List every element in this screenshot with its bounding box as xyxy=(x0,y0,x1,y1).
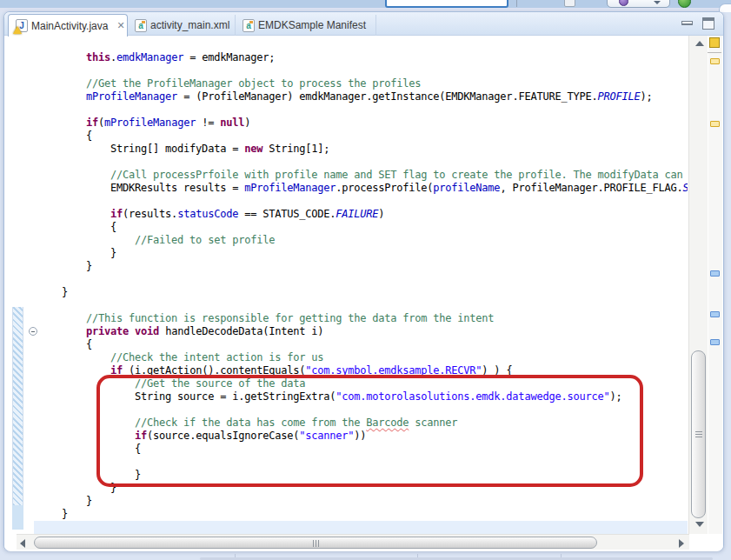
overview-ruler xyxy=(708,36,722,534)
toolbar-separator xyxy=(516,0,517,7)
info-marker[interactable] xyxy=(710,270,720,277)
code-line[interactable] xyxy=(37,156,688,169)
tab-emdksample-manifest[interactable]: aEMDKSample Manifest xyxy=(236,15,376,36)
minimize-editor-button[interactable] xyxy=(681,21,693,25)
collapse-fold-icon[interactable] xyxy=(29,327,37,336)
info-marker[interactable] xyxy=(710,311,720,317)
warning-marker[interactable] xyxy=(710,121,720,127)
code-line[interactable] xyxy=(37,521,688,534)
xml-file-icon: a xyxy=(135,19,147,32)
thumb-grip xyxy=(313,540,321,547)
code-line[interactable]: //Failed to set profile xyxy=(37,234,688,247)
code-line[interactable]: } xyxy=(37,508,688,521)
scroll-right-arrow-icon[interactable] xyxy=(679,539,684,548)
horizontal-scroll-thumb[interactable] xyxy=(34,537,597,549)
toolbar-button-group[interactable] xyxy=(607,0,670,8)
code-line[interactable] xyxy=(37,103,688,117)
scroll-up-arrow-icon[interactable] xyxy=(695,41,704,46)
code-line[interactable]: private void handleDecodeData(Intent i) xyxy=(37,325,688,338)
tab-label: MainActivity.java xyxy=(31,20,108,32)
vertical-scroll-thumb[interactable] xyxy=(691,350,706,518)
tab-mainactivity-java[interactable]: JMainActivity.java✕ xyxy=(8,14,128,37)
info-marker[interactable] xyxy=(710,339,720,345)
code-line[interactable]: { xyxy=(37,130,688,143)
code-line[interactable]: EMDKResults results = mProfileManager.pr… xyxy=(37,182,688,195)
close-tab-icon[interactable]: ✕ xyxy=(116,20,124,31)
thumb-grip xyxy=(695,431,702,439)
code-line[interactable]: if(mProfileManager != null) xyxy=(37,117,688,130)
code-line[interactable] xyxy=(37,64,688,77)
dropdown-chevron-icon[interactable] xyxy=(654,1,661,4)
editor-body: this.emdkManager = emdkManager; //Get th… xyxy=(4,36,723,551)
warning-overlay-icon xyxy=(13,26,22,34)
adjacent-panel-corner xyxy=(719,3,731,12)
editor-tab-bar: JMainActivity.java✕aactivity_main.xmlaEM… xyxy=(4,12,723,36)
maximize-editor-button[interactable] xyxy=(702,17,714,30)
red-annotation-box xyxy=(96,375,643,487)
overview-status-square[interactable] xyxy=(709,37,720,48)
code-line[interactable]: } xyxy=(37,260,688,273)
scroll-left-arrow-icon[interactable] xyxy=(20,539,25,548)
code-line[interactable] xyxy=(37,195,688,208)
xml-file-icon: a xyxy=(243,19,255,32)
toolbar-text-field[interactable] xyxy=(385,0,508,8)
eclipse-editor-screenshot: { "toolbar": { "search_value": "", "icon… xyxy=(0,0,731,560)
overview-divider xyxy=(708,52,721,53)
horizontal-scrollbar[interactable] xyxy=(17,534,689,550)
warning-marker[interactable] xyxy=(710,58,720,64)
java-file-warning-icon: J xyxy=(16,19,28,32)
tab-label: EMDKSample Manifest xyxy=(258,19,366,31)
code-line[interactable]: } xyxy=(37,286,688,299)
code-line[interactable] xyxy=(37,299,688,312)
code-line[interactable]: mProfileManager = (ProfileManager) emdkM… xyxy=(37,90,688,103)
tab-label: activity_main.xml xyxy=(150,19,229,31)
code-line[interactable] xyxy=(37,273,688,286)
tab-activity-main-xml[interactable]: aactivity_main.xml xyxy=(128,15,236,36)
vertical-scrollbar[interactable] xyxy=(688,36,708,534)
code-line[interactable]: { xyxy=(37,221,688,234)
toolbar-file-icon[interactable] xyxy=(564,0,575,7)
code-line[interactable]: } xyxy=(37,247,688,260)
editor-panel: JMainActivity.java✕aactivity_main.xmlaEM… xyxy=(3,11,724,551)
code-line[interactable]: { xyxy=(37,338,688,351)
code-line[interactable]: if(results.statusCode == STATUS_CODE.FAI… xyxy=(37,208,688,221)
code-line[interactable]: //Get the ProfileManager object to proce… xyxy=(37,77,688,90)
scroll-down-arrow-icon[interactable] xyxy=(695,522,704,527)
quick-diff-bar xyxy=(12,307,23,505)
code-line[interactable]: String[] modifyData = new String[1]; xyxy=(37,143,688,156)
code-line[interactable]: //Call processPrfoile with profile name … xyxy=(37,169,688,182)
quick-diff-bar-solid xyxy=(12,505,23,530)
code-line[interactable]: //This function is responsible for getti… xyxy=(37,312,688,325)
code-line[interactable]: //Check the intent action is for us xyxy=(37,351,688,364)
code-line[interactable]: this.emdkManager = emdkManager; xyxy=(37,51,688,64)
code-line[interactable]: } xyxy=(37,495,688,508)
